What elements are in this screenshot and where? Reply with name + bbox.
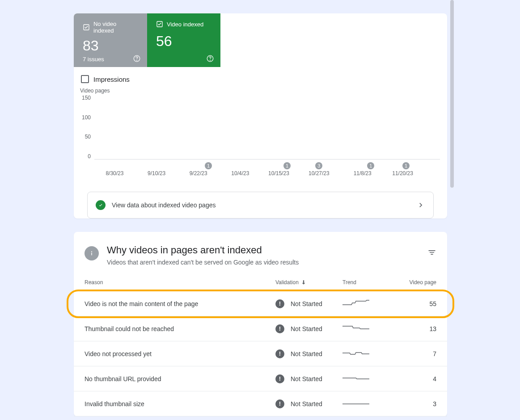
exclamation-icon: ! (275, 299, 284, 308)
view-indexed-data-link[interactable]: View data about indexed video pages (87, 192, 434, 218)
impressions-toggle[interactable]: Impressions (74, 67, 447, 88)
issue-reason: Invalid thumbnail size (85, 400, 275, 407)
table-row[interactable]: No thumbnail URL provided!Not Started4 (74, 366, 447, 391)
tile-sub: 7 issues (83, 56, 138, 63)
svg-rect-7 (91, 253, 92, 256)
tile-count: 56 (156, 33, 211, 50)
sparkline-icon (342, 399, 369, 407)
issue-trend (342, 349, 401, 359)
issue-trend (342, 298, 401, 309)
issue-validation: !Not Started (275, 399, 342, 408)
chart-event-marker[interactable]: 1 (402, 162, 410, 169)
impressions-label: Impressions (93, 76, 130, 83)
tile-video-indexed[interactable]: Video indexed 56 (147, 13, 220, 67)
check-circle-icon (96, 200, 106, 210)
tile-label: Video indexed (167, 21, 203, 28)
chart-bars (94, 95, 440, 159)
svg-point-5 (210, 60, 211, 60)
issue-page-count: 13 (401, 325, 436, 332)
issues-card: Why videos in pages aren't indexed Video… (74, 232, 447, 416)
issue-page-count: 4 (401, 375, 436, 382)
sparkline-icon (342, 349, 369, 357)
checkbox-unchecked-icon[interactable] (81, 75, 89, 83)
chart-event-marker[interactable]: 1 (367, 162, 374, 169)
checkbox-checked-icon (83, 24, 90, 31)
chevron-right-icon (416, 201, 425, 210)
sparkline-icon (342, 323, 369, 332)
chart-event-marker[interactable]: 1 (283, 162, 291, 169)
issue-validation: !Not Started (275, 299, 342, 308)
video-indexing-summary-card: No video indexed 83 7 issues Video index… (74, 13, 447, 218)
issue-reason: Video is not the main content of the pag… (85, 300, 275, 307)
tile-count: 83 (83, 38, 138, 54)
tile-no-video-indexed[interactable]: No video indexed 83 7 issues (74, 13, 147, 67)
issue-reason: Video not processed yet (85, 350, 275, 357)
chart-yaxis: 150100500 (81, 95, 94, 160)
table-header: Reason Validation Trend Video page (74, 279, 447, 291)
issue-page-count: 3 (401, 400, 436, 407)
scrollbar-thumb[interactable] (450, 0, 454, 188)
svg-point-6 (91, 251, 92, 252)
help-icon[interactable] (133, 55, 141, 63)
chart-event-marker[interactable]: 1 (205, 162, 212, 169)
exclamation-icon: ! (275, 399, 284, 408)
view-data-label: View data about indexed video pages (112, 202, 410, 209)
sparkline-icon (342, 374, 369, 382)
table-row[interactable]: Thumbnail could not be reached!Not Start… (74, 316, 447, 341)
chart-markers: 11311 (98, 160, 433, 168)
issue-validation: !Not Started (275, 374, 342, 383)
svg-point-2 (137, 60, 137, 60)
issue-trend (342, 399, 401, 409)
col-reason[interactable]: Reason (85, 279, 275, 286)
issue-trend (342, 323, 401, 334)
help-icon[interactable] (206, 55, 214, 63)
issues-subtitle: Videos that aren't indexed can't be serv… (107, 259, 299, 266)
chart-area: Video pages 150100500 11311 8/30/239/10/… (74, 88, 447, 183)
chart-event-marker[interactable]: 3 (315, 162, 322, 169)
issue-reason: Thumbnail could not be reached (85, 325, 275, 332)
chart-xaxis: 8/30/239/10/239/22/2310/4/2310/15/2310/2… (98, 170, 433, 179)
issues-table: Reason Validation Trend Video page Video… (74, 279, 447, 416)
sort-arrow-down-icon (300, 279, 307, 286)
sparkline-icon (342, 298, 369, 307)
col-trend[interactable]: Trend (342, 279, 401, 286)
info-icon (85, 246, 99, 260)
issue-trend (342, 374, 401, 384)
tile-label: No video indexed (93, 21, 138, 34)
issue-validation: !Not Started (275, 349, 342, 358)
filter-icon[interactable] (427, 248, 436, 257)
table-row[interactable]: Video is not the main content of the pag… (68, 291, 452, 316)
issue-page-count: 55 (401, 300, 436, 307)
issue-page-count: 7 (401, 350, 436, 357)
issues-title: Why videos in pages aren't indexed (107, 244, 299, 256)
chart-ylabel: Video pages (80, 88, 440, 94)
issue-validation: !Not Started (275, 324, 342, 333)
table-row[interactable]: Invalid thumbnail size!Not Started3 (74, 391, 447, 416)
status-tiles: No video indexed 83 7 issues Video index… (74, 13, 447, 67)
col-validation[interactable]: Validation (275, 279, 342, 286)
col-pages[interactable]: Video page (401, 279, 436, 286)
exclamation-icon: ! (275, 374, 284, 383)
table-row[interactable]: Video not processed yet!Not Started7 (74, 341, 447, 366)
exclamation-icon: ! (275, 349, 284, 358)
issue-reason: No thumbnail URL provided (85, 375, 275, 382)
scrollbar[interactable] (450, 0, 454, 416)
exclamation-icon: ! (275, 324, 284, 333)
checkbox-checked-icon (156, 21, 163, 28)
